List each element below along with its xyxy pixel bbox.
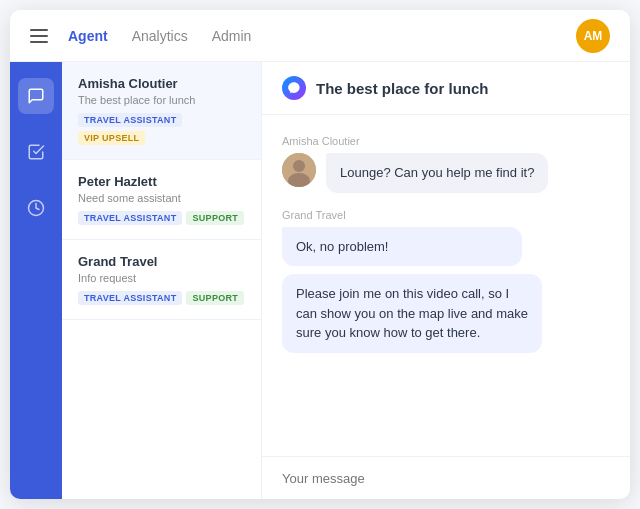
- messenger-icon: [282, 76, 306, 100]
- tag-travel-grand: TRAVEL ASSISTANT: [78, 291, 182, 305]
- conv-name-grand: Grand Travel: [78, 254, 245, 269]
- svg-point-2: [293, 160, 305, 172]
- tag-vip-upsell: VIP UPSELL: [78, 131, 145, 145]
- conv-preview-grand: Info request: [78, 272, 245, 284]
- conv-name-peter: Peter Hazlett: [78, 174, 245, 189]
- conversation-item-grand[interactable]: Grand Travel Info request TRAVEL ASSISTA…: [62, 240, 261, 320]
- top-nav: Agent Analytics Admin AM: [10, 10, 630, 62]
- chat-header: The best place for lunch: [262, 62, 630, 115]
- chat-messages: Amisha Cloutier Lounge? Can you help me …: [262, 115, 630, 456]
- conv-preview-peter: Need some assistant: [78, 192, 245, 204]
- nav-admin[interactable]: Admin: [212, 24, 252, 48]
- icon-sidebar: [10, 62, 62, 499]
- conv-tags-grand: TRAVEL ASSISTANT SUPPORT: [78, 291, 245, 305]
- message-group-agent: Grand Travel Ok, no problem! Please join…: [282, 209, 610, 353]
- user-sender-label: Amisha Cloutier: [282, 135, 610, 147]
- agent-bubble-2: Please join me on this video call, so I …: [282, 274, 542, 353]
- sidebar-chat-icon[interactable]: [18, 78, 54, 114]
- tag-travel-assistant: TRAVEL ASSISTANT: [78, 113, 182, 127]
- conv-tags-peter: TRAVEL ASSISTANT SUPPORT: [78, 211, 245, 225]
- nav-links: Agent Analytics Admin: [68, 24, 576, 48]
- agent-bubble-1: Ok, no problem!: [282, 227, 522, 267]
- chat-input-area: [262, 456, 630, 499]
- chat-input[interactable]: [282, 471, 610, 486]
- conv-tags-amisha: TRAVEL ASSISTANT VIP UPSELL: [78, 113, 245, 145]
- user-message-row: Lounge? Can you help me find it?: [282, 153, 610, 193]
- chat-title: The best place for lunch: [316, 80, 489, 97]
- message-group-user: Amisha Cloutier Lounge? Can you help me …: [282, 135, 610, 193]
- chat-panel: The best place for lunch Amisha Cloutier: [262, 62, 630, 499]
- agent-messages: Ok, no problem! Please join me on this v…: [282, 227, 610, 353]
- app-window: Agent Analytics Admin AM Amisha Cloutier…: [10, 10, 630, 499]
- main-content: Amisha Cloutier The best place for lunch…: [10, 62, 630, 499]
- hamburger-menu[interactable]: [30, 29, 48, 43]
- conv-preview-amisha: The best place for lunch: [78, 94, 245, 106]
- sidebar-clock-icon[interactable]: [18, 190, 54, 226]
- nav-analytics[interactable]: Analytics: [132, 24, 188, 48]
- conversation-list: Amisha Cloutier The best place for lunch…: [62, 62, 262, 499]
- nav-agent[interactable]: Agent: [68, 24, 108, 48]
- user-message-avatar: [282, 153, 316, 187]
- sidebar-check-icon[interactable]: [18, 134, 54, 170]
- user-avatar[interactable]: AM: [576, 19, 610, 53]
- conversation-item-amisha[interactable]: Amisha Cloutier The best place for lunch…: [62, 62, 261, 160]
- tag-travel-peter: TRAVEL ASSISTANT: [78, 211, 182, 225]
- user-bubble: Lounge? Can you help me find it?: [326, 153, 548, 193]
- tag-support-grand: SUPPORT: [186, 291, 244, 305]
- conversation-item-peter[interactable]: Peter Hazlett Need some assistant TRAVEL…: [62, 160, 261, 240]
- conv-name-amisha: Amisha Cloutier: [78, 76, 245, 91]
- tag-support-peter: SUPPORT: [186, 211, 244, 225]
- agent-sender-label: Grand Travel: [282, 209, 610, 221]
